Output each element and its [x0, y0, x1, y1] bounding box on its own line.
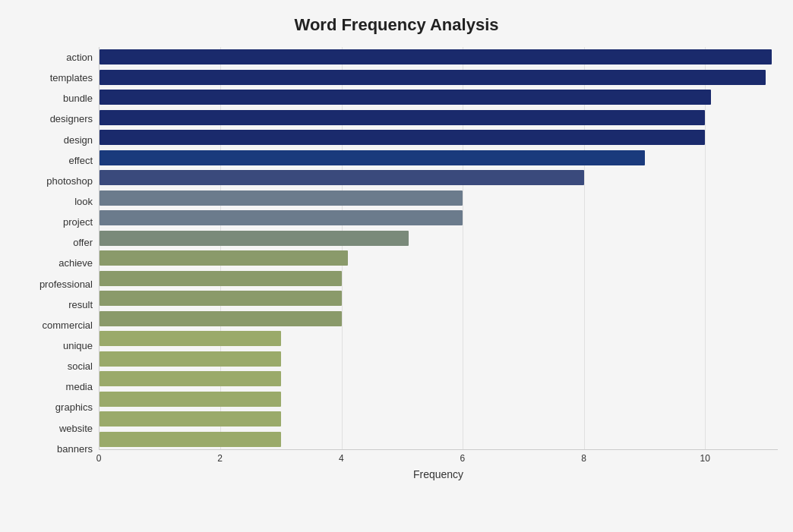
bars-wrapper	[99, 47, 778, 450]
bar-row	[100, 47, 778, 67]
y-label: commercial	[43, 320, 93, 330]
x-tick: 8	[581, 453, 586, 464]
bar	[100, 150, 645, 165]
bar	[100, 250, 348, 266]
y-label: look	[74, 197, 93, 206]
chart-title: Word Frequency Analysis	[15, 15, 778, 35]
y-label: media	[66, 382, 93, 392]
bar	[100, 392, 281, 407]
chart-container: Word Frequency Analysis actiontemplatesb…	[0, 0, 793, 532]
bar	[100, 190, 463, 206]
bar	[100, 432, 281, 447]
bar	[100, 70, 766, 85]
y-label: offer	[73, 238, 93, 247]
bar	[100, 110, 705, 125]
bar	[100, 291, 342, 306]
bar-row	[100, 349, 778, 369]
bar	[100, 331, 281, 346]
x-tick: 0	[96, 453, 102, 464]
bar	[100, 170, 584, 185]
x-tick: 4	[339, 453, 344, 464]
y-label: professional	[39, 279, 93, 289]
bar	[100, 210, 463, 225]
bar	[100, 411, 281, 427]
y-label: social	[68, 361, 93, 371]
bar-row	[100, 87, 778, 107]
bar-row	[100, 269, 778, 288]
x-axis-label: Frequency	[99, 468, 778, 480]
y-label: project	[63, 217, 93, 227]
bar-row	[100, 369, 778, 389]
x-tick: 10	[700, 453, 710, 464]
bar-row	[100, 389, 778, 409]
bar	[100, 311, 342, 326]
y-label: result	[68, 300, 93, 310]
bar-row	[100, 309, 778, 329]
y-label: action	[66, 52, 93, 62]
bar-row	[100, 148, 778, 168]
x-tick: 2	[217, 453, 223, 464]
bar-row	[100, 188, 778, 208]
bar	[100, 271, 342, 286]
bar-row	[100, 288, 778, 308]
y-label: graphics	[55, 402, 93, 412]
bar-row	[100, 409, 778, 429]
y-label: effect	[68, 156, 93, 165]
y-label: achieve	[58, 258, 93, 268]
bar-row	[100, 68, 778, 87]
bar-row	[100, 329, 778, 348]
bar	[100, 49, 772, 65]
y-label: unique	[63, 341, 93, 351]
y-label: design	[64, 135, 93, 145]
bar-row	[100, 127, 778, 147]
bar-row	[100, 430, 778, 449]
y-labels: actiontemplatesbundledesignersdesigneffe…	[15, 47, 99, 480]
bar-row	[100, 248, 778, 268]
x-axis: 0246810	[99, 450, 778, 465]
y-label: photoshop	[46, 176, 93, 186]
bar	[100, 231, 409, 246]
bars-and-axes: 0246810 Frequency	[99, 47, 778, 480]
bar	[100, 351, 281, 367]
y-label: designers	[50, 114, 93, 124]
bar-row	[100, 168, 778, 187]
bar	[100, 130, 705, 145]
y-label: banners	[57, 444, 93, 454]
bar-row	[100, 208, 778, 228]
chart-area: actiontemplatesbundledesignersdesigneffe…	[15, 47, 778, 480]
bar	[100, 371, 281, 386]
bar	[100, 90, 711, 105]
y-label: website	[59, 423, 93, 433]
bar-row	[100, 228, 778, 248]
y-label: templates	[50, 73, 93, 83]
x-tick: 6	[460, 453, 466, 464]
bar-row	[100, 108, 778, 127]
y-label: bundle	[63, 93, 93, 103]
